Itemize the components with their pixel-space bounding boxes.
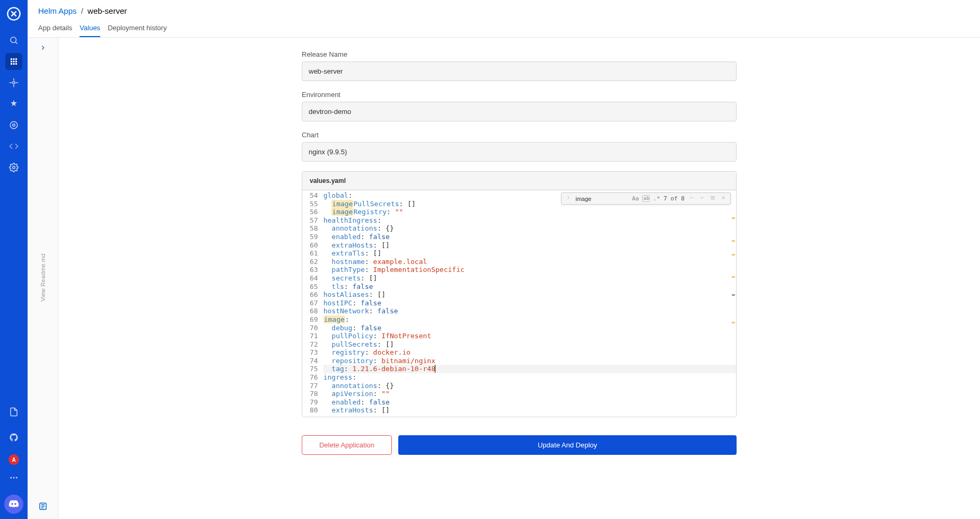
- find-widget: Aa ab .* 7 of 8: [561, 192, 731, 205]
- svg-rect-6: [13, 61, 15, 63]
- sidebar-deploy[interactable]: [5, 95, 22, 112]
- find-match-case-icon[interactable]: Aa: [632, 195, 639, 202]
- update-deploy-button[interactable]: Update And Deploy: [398, 435, 737, 455]
- editor-code[interactable]: global: imagePullSecrets: [] imageRegist…: [323, 190, 736, 417]
- svg-rect-3: [13, 58, 15, 60]
- sidebar: A: [0, 0, 28, 519]
- editor-minimap[interactable]: [732, 190, 735, 417]
- tab-app-details[interactable]: App details: [38, 20, 72, 37]
- sidebar-charts[interactable]: [5, 74, 22, 91]
- tab-values[interactable]: Values: [80, 20, 100, 37]
- devtron-logo-icon: [6, 6, 21, 21]
- svg-rect-7: [15, 61, 17, 63]
- editor-gutter: 5455565758596061626364656667686970717273…: [302, 190, 323, 417]
- environment-input[interactable]: [302, 102, 737, 121]
- editor-filename: values.yaml: [302, 172, 736, 190]
- find-count: 7 of 8: [663, 195, 685, 202]
- release-name-label: Release Name: [302, 50, 737, 58]
- tabs: App details Values Deployment history: [38, 20, 969, 37]
- sidebar-search[interactable]: [5, 32, 22, 49]
- user-avatar[interactable]: A: [8, 454, 19, 465]
- editor-body[interactable]: Aa ab .* 7 of 8: [302, 190, 736, 417]
- page-header: Helm Apps / web-server App details Value…: [28, 0, 980, 38]
- breadcrumb-root[interactable]: Helm Apps: [38, 6, 77, 15]
- svg-point-12: [10, 121, 18, 129]
- svg-point-11: [13, 82, 15, 84]
- discord-button[interactable]: [4, 495, 23, 514]
- find-selection-icon[interactable]: [709, 195, 716, 202]
- svg-rect-10: [15, 63, 17, 65]
- svg-rect-8: [11, 63, 12, 65]
- delete-application-button[interactable]: Delete Application: [302, 435, 392, 455]
- sidebar-settings[interactable]: [5, 159, 22, 176]
- find-whole-word-icon[interactable]: ab: [642, 195, 650, 202]
- find-prev-icon[interactable]: [688, 195, 695, 202]
- svg-rect-4: [15, 58, 17, 60]
- chart-input[interactable]: [302, 142, 737, 162]
- sidebar-docs[interactable]: [5, 403, 22, 420]
- find-next-icon[interactable]: [698, 195, 706, 202]
- sidebar-code[interactable]: [5, 138, 22, 155]
- find-close-icon[interactable]: [720, 195, 727, 202]
- footer-actions: Delete Application Update And Deploy: [302, 428, 737, 465]
- svg-point-1: [11, 37, 16, 43]
- svg-rect-9: [13, 63, 15, 65]
- breadcrumb: Helm Apps / web-server: [38, 6, 969, 15]
- readme-icon[interactable]: [38, 502, 48, 513]
- find-input[interactable]: [575, 196, 628, 202]
- release-name-input[interactable]: [302, 61, 737, 81]
- breadcrumb-current: web-server: [88, 6, 127, 15]
- readme-expand-icon[interactable]: [39, 44, 47, 53]
- find-toggle-icon[interactable]: [565, 195, 572, 202]
- readme-label: View Readme.md: [40, 253, 46, 302]
- tab-deployment-history[interactable]: Deployment history: [108, 20, 167, 37]
- sidebar-github[interactable]: [5, 429, 22, 446]
- sidebar-more[interactable]: [5, 469, 22, 486]
- find-regex-icon[interactable]: .*: [653, 195, 660, 202]
- svg-point-14: [13, 166, 15, 169]
- environment-label: Environment: [302, 91, 737, 99]
- svg-point-17: [16, 477, 18, 479]
- sidebar-apps[interactable]: [5, 53, 22, 70]
- values-editor: values.yaml Aa ab .* 7 of 8: [302, 171, 737, 417]
- chart-label: Chart: [302, 131, 737, 139]
- svg-rect-5: [11, 61, 12, 63]
- readme-panel: View Readme.md: [28, 38, 58, 519]
- svg-rect-2: [11, 58, 12, 60]
- svg-point-13: [13, 124, 15, 127]
- sidebar-security[interactable]: [5, 117, 22, 134]
- svg-point-15: [10, 477, 12, 479]
- svg-point-16: [13, 477, 15, 479]
